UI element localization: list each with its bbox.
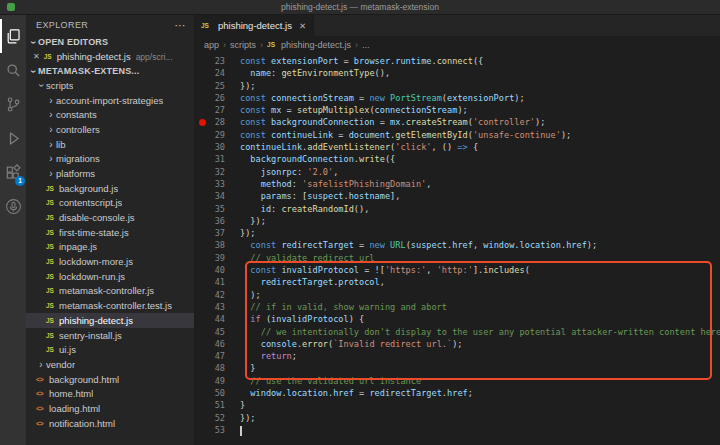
line-number[interactable]: 32 <box>194 166 240 178</box>
code-line-31[interactable]: 31 backgroundConnection.write({ <box>194 153 720 165</box>
activity-run-debug[interactable] <box>0 121 26 155</box>
code-line-24[interactable]: 24 name: getEnvironmentType(), <box>194 67 720 79</box>
code-line-43[interactable]: 43 // if in valid, show warning and abor… <box>194 301 720 313</box>
code-line-25[interactable]: 25}); <box>194 80 720 92</box>
code-line-27[interactable]: 27const mx = setupMultiplex(connectionSt… <box>194 104 720 116</box>
code-line-44[interactable]: 44 if (invalidProtocol) { <box>194 313 720 325</box>
tree-file-sentry-install.js[interactable]: JSsentry-install.js <box>26 328 194 343</box>
code-line-37[interactable]: 37}); <box>194 227 720 239</box>
tree-file-loading.html[interactable]: <>loading.html <box>26 401 194 416</box>
tree-file-notification.html[interactable]: <>notification.html <box>26 416 194 431</box>
tree-file-contentscript.js[interactable]: JScontentscript.js <box>26 196 194 211</box>
tree-folder-vendor[interactable]: ›vendor <box>26 357 194 372</box>
code-line-35[interactable]: 35 id: createRandomId(), <box>194 203 720 215</box>
line-number[interactable]: 45 <box>194 326 240 338</box>
code-line-32[interactable]: 32 jsonrpc: '2.0', <box>194 166 720 178</box>
activity-source-control[interactable] <box>0 87 26 121</box>
line-number[interactable]: 41 <box>194 276 240 288</box>
tree-file-phishing-detect.js[interactable]: JSphishing-detect.js <box>26 313 194 328</box>
code-line-30[interactable]: 30continueLink.addEventListener('click',… <box>194 141 720 153</box>
line-number[interactable]: 39 <box>194 252 240 264</box>
line-number[interactable]: 33 <box>194 178 240 190</box>
breadcrumb-item-phishing-detect-js[interactable]: phishing-detect.js <box>281 40 351 50</box>
workspace-header[interactable]: › METAMASK-EXTENS... <box>26 64 194 78</box>
line-number[interactable]: 23 <box>194 55 240 67</box>
breadcrumb-item-scripts[interactable]: scripts <box>230 40 256 50</box>
tree-folder-constants[interactable]: ›constants <box>26 107 194 122</box>
line-number[interactable]: 51 <box>194 399 240 411</box>
line-number[interactable]: 34 <box>194 190 240 202</box>
code-line-50[interactable]: 50 window.location.href = redirectTarget… <box>194 387 720 399</box>
code-line-39[interactable]: 39 // validate redirect url <box>194 252 720 264</box>
line-number[interactable]: 28 <box>194 116 240 128</box>
tree-file-lockdown-run.js[interactable]: JSlockdown-run.js <box>26 269 194 284</box>
code-line-52[interactable]: 52}); <box>194 412 720 424</box>
code-line-40[interactable]: 40 const invalidProtocol = !['https:', '… <box>194 264 720 276</box>
line-number[interactable]: 40 <box>194 264 240 276</box>
code-line-23[interactable]: 23const extensionPort = browser.runtime.… <box>194 55 720 67</box>
line-number[interactable]: 43 <box>194 301 240 313</box>
tree-file-metamask-controller.test.js[interactable]: JSmetamask-controller.test.js <box>26 298 194 313</box>
more-actions-icon[interactable]: ⋯ <box>175 19 186 32</box>
tree-file-first-time-state.js[interactable]: JSfirst-time-state.js <box>26 225 194 240</box>
line-number[interactable]: 30 <box>194 141 240 153</box>
tree-file-background.html[interactable]: <>background.html <box>26 372 194 387</box>
line-number[interactable]: 29 <box>194 129 240 141</box>
tree-file-lockdown-more.js[interactable]: JSlockdown-more.js <box>26 254 194 269</box>
code-line-28[interactable]: 28const backgroundConnection = mx.create… <box>194 116 720 128</box>
code-line-49[interactable]: 49 // use the validated url instance <box>194 375 720 387</box>
line-number[interactable]: 48 <box>194 362 240 374</box>
code-line-34[interactable]: 34 params: [suspect.hostname], <box>194 190 720 202</box>
tab-phishing-detect-js[interactable]: JS phishing-detect.js ✕ <box>194 15 314 36</box>
tree-file-background.js[interactable]: JSbackground.js <box>26 181 194 196</box>
code-line-45[interactable]: 45 // we intentionally don't display to … <box>194 326 720 338</box>
code-line-36[interactable]: 36 }); <box>194 215 720 227</box>
line-number[interactable]: 49 <box>194 375 240 387</box>
tree-file-inpage.js[interactable]: JSinpage.js <box>26 240 194 255</box>
open-editors-header[interactable]: › OPEN EDITORS <box>26 35 194 49</box>
code-line-26[interactable]: 26const connectionStream = new PortStrea… <box>194 92 720 104</box>
code-line-41[interactable]: 41 redirectTarget.protocol, <box>194 276 720 288</box>
line-number[interactable]: 38 <box>194 239 240 251</box>
breadcrumb-item--[interactable]: ... <box>362 40 370 50</box>
tree-folder-lib[interactable]: ›lib <box>26 137 194 152</box>
line-number[interactable]: 52 <box>194 412 240 424</box>
tree-folder-migrations[interactable]: ›migrations <box>26 151 194 166</box>
code-line-29[interactable]: 29const continueLink = document.getEleme… <box>194 129 720 141</box>
code-line-42[interactable]: 42 ); <box>194 289 720 301</box>
line-number[interactable]: 36 <box>194 215 240 227</box>
breadcrumb-item-app[interactable]: app <box>204 40 219 50</box>
tree-folder-account-import-strategies[interactable]: ›account-import-strategies <box>26 93 194 108</box>
activity-extensions[interactable]: 1 <box>0 155 26 189</box>
code-line-46[interactable]: 46 console.error(`Invalid redirect url.`… <box>194 338 720 350</box>
line-number[interactable]: 26 <box>194 92 240 104</box>
code-line-48[interactable]: 48 } <box>194 362 720 374</box>
line-number[interactable]: 24 <box>194 67 240 79</box>
code-line-33[interactable]: 33 method: 'safelistPhishingDomain', <box>194 178 720 190</box>
code-line-47[interactable]: 47 return; <box>194 350 720 362</box>
line-number[interactable]: 44 <box>194 313 240 325</box>
code-line-51[interactable]: 51} <box>194 399 720 411</box>
open-editor-item[interactable]: ✕ JS phishing-detect.js app/scri... <box>26 49 194 64</box>
close-icon[interactable]: ✕ <box>299 21 306 31</box>
activity-mic[interactable] <box>0 189 26 223</box>
line-number[interactable]: 37 <box>194 227 240 239</box>
tree-file-home.html[interactable]: <>home.html <box>26 386 194 401</box>
tree-file-ui.js[interactable]: JSui.js <box>26 342 194 357</box>
line-number[interactable]: 35 <box>194 203 240 215</box>
breakpoint-dot[interactable] <box>199 119 206 126</box>
close-icon[interactable]: ✕ <box>33 52 40 61</box>
line-number[interactable]: 27 <box>194 104 240 116</box>
line-number[interactable]: 25 <box>194 80 240 92</box>
line-number[interactable]: 47 <box>194 350 240 362</box>
tree-folder-scripts[interactable]: ›scripts <box>26 78 194 93</box>
line-number[interactable]: 42 <box>194 289 240 301</box>
tree-file-disable-console.js[interactable]: JSdisable-console.js <box>26 210 194 225</box>
line-number[interactable]: 53 <box>194 424 240 436</box>
activity-explorer[interactable] <box>0 19 26 53</box>
line-number[interactable]: 50 <box>194 387 240 399</box>
activity-search[interactable] <box>0 53 26 87</box>
line-number[interactable]: 31 <box>194 153 240 165</box>
tree-folder-controllers[interactable]: ›controllers <box>26 122 194 137</box>
tree-folder-platforms[interactable]: ›platforms <box>26 166 194 181</box>
